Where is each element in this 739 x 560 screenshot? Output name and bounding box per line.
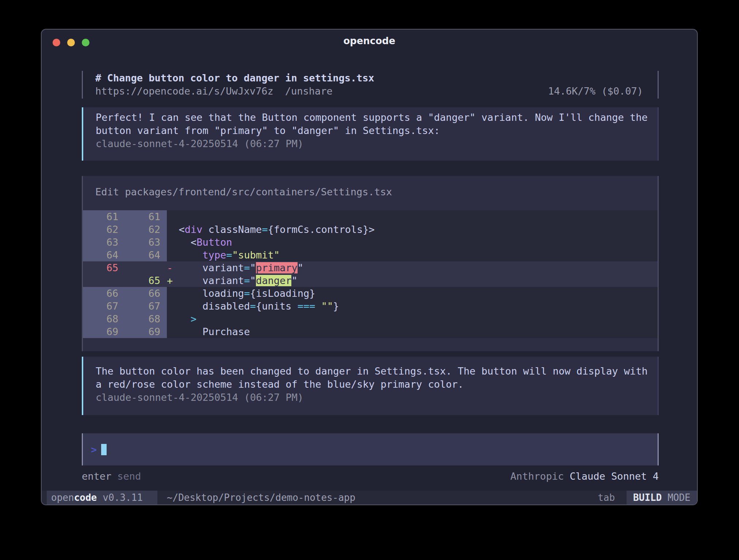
old-line-number: 67 xyxy=(83,300,125,312)
diff-line-code: type="submit" xyxy=(167,249,658,261)
old-line-number: 66 xyxy=(83,287,125,300)
old-line-number: 68 xyxy=(83,312,125,325)
tab-key-hint: tab xyxy=(598,491,615,505)
diff-line: 65- variant="primary" xyxy=(83,261,658,274)
diff-line: 6666 loading={isLoading} xyxy=(83,287,658,300)
context-usage: 14.6K/7% ($0.07) xyxy=(548,85,643,98)
message-text-line: Perfect! I can see that the Button compo… xyxy=(96,111,644,124)
screen: opencode # Change button color to danger… xyxy=(0,0,739,560)
session-header: # Change button color to danger in setti… xyxy=(82,71,659,99)
old-line-number: 65 xyxy=(83,261,125,274)
prompt-caret: > xyxy=(91,444,97,455)
opencode-window: opencode # Change button color to danger… xyxy=(41,29,698,505)
working-directory: ~/Desktop/Projects/demo-notes-app xyxy=(167,491,356,505)
message-text-line: button variant from "primary" to "danger… xyxy=(96,124,644,137)
model-label: Claude Sonnet 4 xyxy=(570,471,659,482)
send-hint: entersend xyxy=(82,470,141,483)
new-line-number: 66 xyxy=(125,287,167,300)
diff-line-code: <Button xyxy=(167,236,658,249)
edit-tool-card: Edit packages/frontend/src/containers/Se… xyxy=(82,176,659,351)
mode-suffix: MODE xyxy=(667,492,690,503)
old-line-number: 61 xyxy=(83,210,125,223)
code-diff: 61616262 <div className={formCs.controls… xyxy=(83,210,658,338)
old-line-number: 64 xyxy=(83,249,125,261)
app-name-code: code xyxy=(74,492,97,503)
new-line-number: 61 xyxy=(125,210,167,223)
diff-line: 6868 > xyxy=(83,312,658,325)
assistant-message-2: The button color has been changed to dan… xyxy=(82,357,659,415)
new-line-number: 63 xyxy=(125,236,167,249)
diff-line-code: > xyxy=(167,312,658,325)
diff-line: 6161 xyxy=(83,210,658,223)
old-line-number: 62 xyxy=(83,223,125,236)
text-cursor xyxy=(101,444,107,455)
app-version-chip: opencodev0.3.11 xyxy=(47,491,157,505)
share-url-link[interactable]: https://opencode.ai/s/UwJxv76z xyxy=(95,85,273,98)
mode-toggle[interactable]: BUILDMODE xyxy=(627,491,697,505)
diff-line-code: Purchase xyxy=(167,325,658,338)
new-line-number xyxy=(125,261,167,274)
diff-line-code: + variant="danger" xyxy=(167,274,658,287)
hint-row: entersend AnthropicClaude Sonnet 4 xyxy=(82,470,659,483)
unshare-command[interactable]: /unshare xyxy=(285,85,333,98)
app-version: v0.3.11 xyxy=(103,492,143,503)
old-line-number: 69 xyxy=(83,325,125,338)
window-titlebar: opencode xyxy=(42,30,697,52)
new-line-number: 69 xyxy=(125,325,167,338)
new-line-number: 68 xyxy=(125,312,167,325)
diff-line-code: loading={isLoading} xyxy=(167,287,658,300)
new-line-number: 64 xyxy=(125,249,167,261)
new-line-number: 65 xyxy=(125,274,167,287)
message-model-meta: claude-sonnet-4-20250514 (06:27 PM) xyxy=(96,137,644,150)
diff-line-code: - variant="primary" xyxy=(167,261,658,274)
diff-line-code xyxy=(167,210,658,223)
session-title: # Change button color to danger in setti… xyxy=(95,72,643,85)
app-name-open: open xyxy=(51,492,74,503)
send-label: send xyxy=(117,471,141,482)
session-subheader: https://opencode.ai/s/UwJxv76z /unshare … xyxy=(95,85,643,98)
session-content: # Change button color to danger in setti… xyxy=(42,71,697,483)
provider-label: Anthropic xyxy=(510,471,564,482)
old-line-number: 63 xyxy=(83,236,125,249)
diff-line: 6969 Purchase xyxy=(83,325,658,338)
diff-line-code: <div className={formCs.controls}> xyxy=(167,223,658,236)
window-title: opencode xyxy=(42,30,697,52)
diff-line: 6767 disabled={units === ""} xyxy=(83,300,658,312)
diff-line: 6363 <Button xyxy=(83,236,658,249)
diff-line: 6464 type="submit" xyxy=(83,249,658,261)
diff-line: 65+ variant="danger" xyxy=(83,274,658,287)
model-indicator: AnthropicClaude Sonnet 4 xyxy=(510,470,659,483)
enter-key-hint: enter xyxy=(82,471,111,482)
diff-line: 6262 <div className={formCs.controls}> xyxy=(83,223,658,236)
assistant-message-1: Perfect! I can see that the Button compo… xyxy=(82,107,659,161)
prompt-input[interactable]: > xyxy=(82,433,659,465)
new-line-number: 67 xyxy=(125,300,167,312)
message-model-meta: claude-sonnet-4-20250514 (06:27 PM) xyxy=(96,391,644,404)
diff-line-code: disabled={units === ""} xyxy=(167,300,658,312)
new-line-number: 62 xyxy=(125,223,167,236)
status-bar: opencodev0.3.11 ~/Desktop/Projects/demo-… xyxy=(42,491,697,505)
message-text-line: The button color has been changed to dan… xyxy=(96,365,644,378)
mode-name: BUILD xyxy=(633,492,662,503)
old-line-number xyxy=(83,274,125,287)
message-text-line: a red/rose color scheme instead of the b… xyxy=(96,378,644,391)
edit-tool-title: Edit packages/frontend/src/containers/Se… xyxy=(83,185,658,199)
